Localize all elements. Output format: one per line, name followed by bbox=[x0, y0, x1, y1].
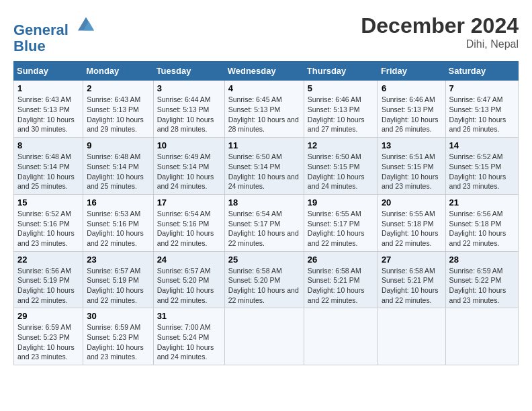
day-number: 16 bbox=[87, 197, 149, 208]
day-number: 28 bbox=[449, 255, 515, 265]
calendar-cell: 7 Sunrise: 6:47 AMSunset: 5:13 PMDayligh… bbox=[445, 81, 518, 138]
calendar-cell: 1 Sunrise: 6:43 AMSunset: 5:13 PMDayligh… bbox=[14, 81, 83, 138]
day-info: Sunrise: 6:58 AMSunset: 5:20 PMDaylight:… bbox=[228, 267, 299, 304]
calendar-cell: 25 Sunrise: 6:58 AMSunset: 5:20 PMDaylig… bbox=[224, 251, 304, 308]
calendar-cell: 20 Sunrise: 6:55 AMSunset: 5:18 PMDaylig… bbox=[378, 194, 445, 251]
day-number: 10 bbox=[157, 140, 221, 150]
day-info: Sunrise: 6:43 AMSunset: 5:13 PMDaylight:… bbox=[87, 95, 144, 133]
column-header-thursday: Thursday bbox=[304, 62, 378, 81]
day-number: 23 bbox=[87, 255, 149, 265]
day-info: Sunrise: 6:59 AMSunset: 5:22 PMDaylight:… bbox=[449, 267, 506, 304]
calendar-cell: 2 Sunrise: 6:43 AMSunset: 5:13 PMDayligh… bbox=[83, 81, 153, 138]
day-number: 22 bbox=[17, 255, 79, 265]
day-number: 21 bbox=[449, 197, 515, 208]
day-info: Sunrise: 6:58 AMSunset: 5:21 PMDaylight:… bbox=[308, 267, 365, 304]
day-info: Sunrise: 6:46 AMSunset: 5:13 PMDaylight:… bbox=[382, 95, 439, 133]
calendar-header-row: SundayMondayTuesdayWednesdayThursdayFrid… bbox=[14, 62, 519, 81]
day-info: Sunrise: 6:57 AMSunset: 5:19 PMDaylight:… bbox=[87, 267, 144, 304]
day-info: Sunrise: 6:44 AMSunset: 5:13 PMDaylight:… bbox=[157, 95, 214, 133]
calendar-cell: 31 Sunrise: 7:00 AMSunset: 5:24 PMDaylig… bbox=[153, 308, 224, 365]
calendar-cell: 9 Sunrise: 6:48 AMSunset: 5:14 PMDayligh… bbox=[83, 138, 153, 195]
calendar-cell: 17 Sunrise: 6:54 AMSunset: 5:16 PMDaylig… bbox=[153, 194, 224, 251]
day-info: Sunrise: 6:51 AMSunset: 5:15 PMDaylight:… bbox=[382, 152, 439, 190]
day-info: Sunrise: 6:46 AMSunset: 5:13 PMDaylight:… bbox=[308, 95, 365, 133]
calendar-week-2: 8 Sunrise: 6:48 AMSunset: 5:14 PMDayligh… bbox=[14, 138, 519, 195]
column-header-friday: Friday bbox=[378, 62, 445, 81]
calendar-week-5: 29 Sunrise: 6:59 AMSunset: 5:23 PMDaylig… bbox=[14, 308, 519, 365]
calendar-cell: 4 Sunrise: 6:45 AMSunset: 5:13 PMDayligh… bbox=[224, 81, 304, 138]
day-info: Sunrise: 6:50 AMSunset: 5:15 PMDaylight:… bbox=[308, 152, 365, 190]
day-number: 2 bbox=[87, 83, 149, 93]
calendar-cell bbox=[378, 308, 445, 365]
calendar-cell: 18 Sunrise: 6:54 AMSunset: 5:17 PMDaylig… bbox=[224, 194, 304, 251]
day-info: Sunrise: 6:56 AMSunset: 5:19 PMDaylight:… bbox=[17, 267, 75, 304]
day-info: Sunrise: 6:59 AMSunset: 5:23 PMDaylight:… bbox=[87, 323, 144, 361]
calendar-cell bbox=[224, 308, 304, 365]
day-number: 20 bbox=[382, 197, 442, 208]
day-number: 17 bbox=[157, 197, 221, 208]
calendar-cell: 22 Sunrise: 6:56 AMSunset: 5:19 PMDaylig… bbox=[14, 251, 83, 308]
calendar-cell: 8 Sunrise: 6:48 AMSunset: 5:14 PMDayligh… bbox=[14, 138, 83, 195]
calendar-cell: 21 Sunrise: 6:56 AMSunset: 5:18 PMDaylig… bbox=[445, 194, 518, 251]
day-number: 24 bbox=[157, 255, 221, 265]
day-number: 26 bbox=[308, 255, 374, 265]
title-block: December 2024 Dihi, Nepal bbox=[361, 13, 519, 50]
day-info: Sunrise: 6:54 AMSunset: 5:16 PMDaylight:… bbox=[157, 210, 214, 247]
calendar-cell: 16 Sunrise: 6:53 AMSunset: 5:16 PMDaylig… bbox=[83, 194, 153, 251]
calendar-cell: 19 Sunrise: 6:55 AMSunset: 5:17 PMDaylig… bbox=[304, 194, 378, 251]
day-number: 13 bbox=[382, 140, 442, 150]
logo-icon bbox=[75, 13, 97, 35]
day-info: Sunrise: 6:43 AMSunset: 5:13 PMDaylight:… bbox=[17, 95, 75, 133]
day-info: Sunrise: 6:58 AMSunset: 5:21 PMDaylight:… bbox=[382, 267, 439, 304]
calendar-week-1: 1 Sunrise: 6:43 AMSunset: 5:13 PMDayligh… bbox=[14, 81, 519, 138]
day-info: Sunrise: 6:48 AMSunset: 5:14 PMDaylight:… bbox=[87, 152, 144, 190]
day-info: Sunrise: 6:45 AMSunset: 5:13 PMDaylight:… bbox=[228, 95, 299, 133]
calendar-cell: 30 Sunrise: 6:59 AMSunset: 5:23 PMDaylig… bbox=[83, 308, 153, 365]
column-header-tuesday: Tuesday bbox=[153, 62, 224, 81]
day-number: 8 bbox=[17, 140, 79, 150]
column-header-wednesday: Wednesday bbox=[224, 62, 304, 81]
calendar-cell: 29 Sunrise: 6:59 AMSunset: 5:23 PMDaylig… bbox=[14, 308, 83, 365]
column-header-saturday: Saturday bbox=[445, 62, 518, 81]
day-number: 11 bbox=[228, 140, 300, 150]
calendar-cell: 11 Sunrise: 6:50 AMSunset: 5:14 PMDaylig… bbox=[224, 138, 304, 195]
logo-blue: Blue bbox=[13, 38, 46, 54]
day-number: 3 bbox=[157, 83, 221, 93]
day-number: 30 bbox=[87, 311, 149, 321]
logo-general: General bbox=[13, 21, 69, 38]
day-number: 14 bbox=[449, 140, 515, 150]
page-header: General Blue December 2024 Dihi, Nepal bbox=[13, 13, 519, 54]
day-info: Sunrise: 6:50 AMSunset: 5:14 PMDaylight:… bbox=[228, 152, 299, 190]
day-number: 4 bbox=[228, 83, 300, 93]
day-info: Sunrise: 6:57 AMSunset: 5:20 PMDaylight:… bbox=[157, 267, 214, 304]
day-number: 27 bbox=[382, 255, 442, 265]
day-info: Sunrise: 6:47 AMSunset: 5:13 PMDaylight:… bbox=[449, 95, 506, 133]
calendar-week-4: 22 Sunrise: 6:56 AMSunset: 5:19 PMDaylig… bbox=[14, 251, 519, 308]
day-info: Sunrise: 6:56 AMSunset: 5:18 PMDaylight:… bbox=[449, 210, 506, 247]
calendar-cell bbox=[304, 308, 378, 365]
calendar-cell: 12 Sunrise: 6:50 AMSunset: 5:15 PMDaylig… bbox=[304, 138, 378, 195]
column-header-sunday: Sunday bbox=[14, 62, 83, 81]
calendar-body: 1 Sunrise: 6:43 AMSunset: 5:13 PMDayligh… bbox=[14, 81, 519, 365]
calendar-cell: 15 Sunrise: 6:52 AMSunset: 5:16 PMDaylig… bbox=[14, 194, 83, 251]
calendar-cell: 10 Sunrise: 6:49 AMSunset: 5:14 PMDaylig… bbox=[153, 138, 224, 195]
calendar-cell bbox=[445, 308, 518, 365]
day-info: Sunrise: 6:55 AMSunset: 5:18 PMDaylight:… bbox=[382, 210, 439, 247]
day-number: 25 bbox=[228, 255, 300, 265]
day-number: 31 bbox=[157, 311, 221, 321]
day-number: 9 bbox=[87, 140, 149, 150]
location: Dihi, Nepal bbox=[361, 38, 519, 50]
calendar-cell: 5 Sunrise: 6:46 AMSunset: 5:13 PMDayligh… bbox=[304, 81, 378, 138]
column-header-monday: Monday bbox=[83, 62, 153, 81]
day-number: 15 bbox=[17, 197, 79, 208]
day-info: Sunrise: 6:52 AMSunset: 5:15 PMDaylight:… bbox=[449, 152, 506, 190]
calendar-cell: 6 Sunrise: 6:46 AMSunset: 5:13 PMDayligh… bbox=[378, 81, 445, 138]
day-info: Sunrise: 6:52 AMSunset: 5:16 PMDaylight:… bbox=[17, 210, 75, 247]
calendar-cell: 24 Sunrise: 6:57 AMSunset: 5:20 PMDaylig… bbox=[153, 251, 224, 308]
calendar-week-3: 15 Sunrise: 6:52 AMSunset: 5:16 PMDaylig… bbox=[14, 194, 519, 251]
calendar-cell: 23 Sunrise: 6:57 AMSunset: 5:19 PMDaylig… bbox=[83, 251, 153, 308]
day-number: 19 bbox=[308, 197, 374, 208]
calendar-cell: 13 Sunrise: 6:51 AMSunset: 5:15 PMDaylig… bbox=[378, 138, 445, 195]
day-info: Sunrise: 6:54 AMSunset: 5:17 PMDaylight:… bbox=[228, 210, 299, 247]
day-info: Sunrise: 6:59 AMSunset: 5:23 PMDaylight:… bbox=[17, 323, 75, 361]
